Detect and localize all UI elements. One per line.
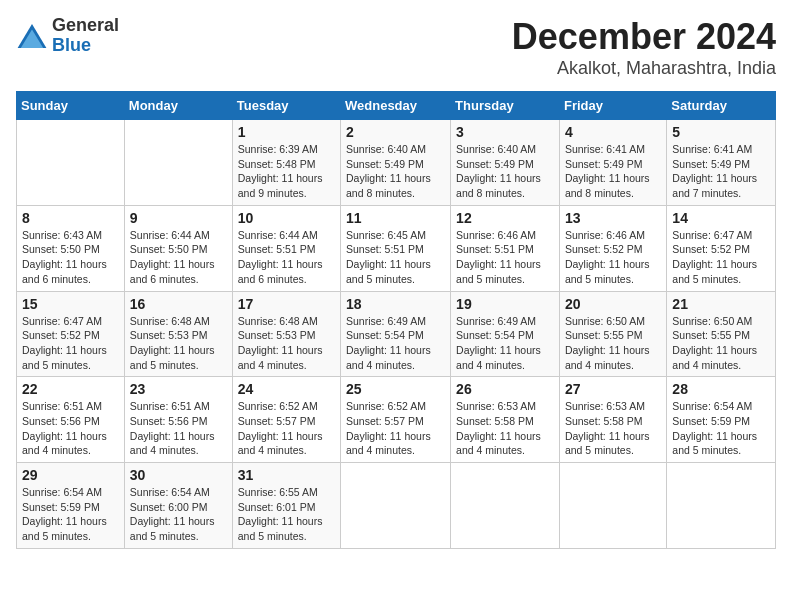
day-info: Sunrise: 6:49 AM Sunset: 5:54 PM Dayligh… (346, 314, 445, 373)
day-number: 20 (565, 296, 661, 312)
day-number: 9 (130, 210, 227, 226)
logo-blue-text: Blue (52, 36, 119, 56)
day-cell-28: 28Sunrise: 6:54 AM Sunset: 5:59 PM Dayli… (667, 377, 776, 463)
logo: General Blue (16, 16, 119, 56)
day-cell-14: 14Sunrise: 6:47 AM Sunset: 5:52 PM Dayli… (667, 205, 776, 291)
day-cell-5: 5Sunrise: 6:41 AM Sunset: 5:49 PM Daylig… (667, 120, 776, 206)
day-cell-27: 27Sunrise: 6:53 AM Sunset: 5:58 PM Dayli… (559, 377, 666, 463)
day-info: Sunrise: 6:52 AM Sunset: 5:57 PM Dayligh… (238, 399, 335, 458)
day-cell-20: 20Sunrise: 6:50 AM Sunset: 5:55 PM Dayli… (559, 291, 666, 377)
day-info: Sunrise: 6:39 AM Sunset: 5:48 PM Dayligh… (238, 142, 335, 201)
empty-cell (17, 120, 125, 206)
day-info: Sunrise: 6:50 AM Sunset: 5:55 PM Dayligh… (672, 314, 770, 373)
day-info: Sunrise: 6:46 AM Sunset: 5:52 PM Dayligh… (565, 228, 661, 287)
day-info: Sunrise: 6:50 AM Sunset: 5:55 PM Dayligh… (565, 314, 661, 373)
day-cell-16: 16Sunrise: 6:48 AM Sunset: 5:53 PM Dayli… (124, 291, 232, 377)
day-number: 30 (130, 467, 227, 483)
day-number: 21 (672, 296, 770, 312)
day-cell-25: 25Sunrise: 6:52 AM Sunset: 5:57 PM Dayli… (341, 377, 451, 463)
empty-cell (124, 120, 232, 206)
day-cell-26: 26Sunrise: 6:53 AM Sunset: 5:58 PM Dayli… (451, 377, 560, 463)
day-cell-8: 8Sunrise: 6:43 AM Sunset: 5:50 PM Daylig… (17, 205, 125, 291)
day-cell-1: 1Sunrise: 6:39 AM Sunset: 5:48 PM Daylig… (232, 120, 340, 206)
day-cell-2: 2Sunrise: 6:40 AM Sunset: 5:49 PM Daylig… (341, 120, 451, 206)
day-info: Sunrise: 6:55 AM Sunset: 6:01 PM Dayligh… (238, 485, 335, 544)
col-header-saturday: Saturday (667, 92, 776, 120)
day-number: 16 (130, 296, 227, 312)
calendar-week-2: 15Sunrise: 6:47 AM Sunset: 5:52 PM Dayli… (17, 291, 776, 377)
day-info: Sunrise: 6:48 AM Sunset: 5:53 PM Dayligh… (130, 314, 227, 373)
day-number: 25 (346, 381, 445, 397)
day-number: 8 (22, 210, 119, 226)
day-cell-18: 18Sunrise: 6:49 AM Sunset: 5:54 PM Dayli… (341, 291, 451, 377)
day-info: Sunrise: 6:47 AM Sunset: 5:52 PM Dayligh… (22, 314, 119, 373)
day-cell-19: 19Sunrise: 6:49 AM Sunset: 5:54 PM Dayli… (451, 291, 560, 377)
day-cell-9: 9Sunrise: 6:44 AM Sunset: 5:50 PM Daylig… (124, 205, 232, 291)
day-info: Sunrise: 6:54 AM Sunset: 6:00 PM Dayligh… (130, 485, 227, 544)
day-number: 19 (456, 296, 554, 312)
day-cell-11: 11Sunrise: 6:45 AM Sunset: 5:51 PM Dayli… (341, 205, 451, 291)
empty-cell (559, 463, 666, 549)
day-number: 27 (565, 381, 661, 397)
calendar-week-1: 8Sunrise: 6:43 AM Sunset: 5:50 PM Daylig… (17, 205, 776, 291)
day-number: 15 (22, 296, 119, 312)
col-header-friday: Friday (559, 92, 666, 120)
calendar-week-0: 1Sunrise: 6:39 AM Sunset: 5:48 PM Daylig… (17, 120, 776, 206)
day-number: 31 (238, 467, 335, 483)
day-cell-12: 12Sunrise: 6:46 AM Sunset: 5:51 PM Dayli… (451, 205, 560, 291)
day-number: 12 (456, 210, 554, 226)
day-info: Sunrise: 6:54 AM Sunset: 5:59 PM Dayligh… (22, 485, 119, 544)
day-cell-17: 17Sunrise: 6:48 AM Sunset: 5:53 PM Dayli… (232, 291, 340, 377)
day-info: Sunrise: 6:44 AM Sunset: 5:50 PM Dayligh… (130, 228, 227, 287)
day-info: Sunrise: 6:45 AM Sunset: 5:51 PM Dayligh… (346, 228, 445, 287)
title-block: December 2024 Akalkot, Maharashtra, Indi… (512, 16, 776, 79)
empty-cell (667, 463, 776, 549)
day-cell-15: 15Sunrise: 6:47 AM Sunset: 5:52 PM Dayli… (17, 291, 125, 377)
month-title: December 2024 (512, 16, 776, 58)
day-number: 2 (346, 124, 445, 140)
day-number: 18 (346, 296, 445, 312)
col-header-tuesday: Tuesday (232, 92, 340, 120)
day-cell-23: 23Sunrise: 6:51 AM Sunset: 5:56 PM Dayli… (124, 377, 232, 463)
day-number: 22 (22, 381, 119, 397)
day-cell-4: 4Sunrise: 6:41 AM Sunset: 5:49 PM Daylig… (559, 120, 666, 206)
day-number: 11 (346, 210, 445, 226)
empty-cell (451, 463, 560, 549)
day-cell-31: 31Sunrise: 6:55 AM Sunset: 6:01 PM Dayli… (232, 463, 340, 549)
day-cell-30: 30Sunrise: 6:54 AM Sunset: 6:00 PM Dayli… (124, 463, 232, 549)
day-info: Sunrise: 6:48 AM Sunset: 5:53 PM Dayligh… (238, 314, 335, 373)
col-header-monday: Monday (124, 92, 232, 120)
day-number: 23 (130, 381, 227, 397)
day-number: 14 (672, 210, 770, 226)
calendar-header-row: SundayMondayTuesdayWednesdayThursdayFrid… (17, 92, 776, 120)
day-info: Sunrise: 6:44 AM Sunset: 5:51 PM Dayligh… (238, 228, 335, 287)
day-number: 10 (238, 210, 335, 226)
col-header-thursday: Thursday (451, 92, 560, 120)
day-number: 3 (456, 124, 554, 140)
day-cell-3: 3Sunrise: 6:40 AM Sunset: 5:49 PM Daylig… (451, 120, 560, 206)
day-cell-13: 13Sunrise: 6:46 AM Sunset: 5:52 PM Dayli… (559, 205, 666, 291)
day-cell-22: 22Sunrise: 6:51 AM Sunset: 5:56 PM Dayli… (17, 377, 125, 463)
day-number: 13 (565, 210, 661, 226)
day-number: 24 (238, 381, 335, 397)
day-cell-10: 10Sunrise: 6:44 AM Sunset: 5:51 PM Dayli… (232, 205, 340, 291)
day-number: 5 (672, 124, 770, 140)
calendar-week-4: 29Sunrise: 6:54 AM Sunset: 5:59 PM Dayli… (17, 463, 776, 549)
day-info: Sunrise: 6:54 AM Sunset: 5:59 PM Dayligh… (672, 399, 770, 458)
day-info: Sunrise: 6:47 AM Sunset: 5:52 PM Dayligh… (672, 228, 770, 287)
day-info: Sunrise: 6:43 AM Sunset: 5:50 PM Dayligh… (22, 228, 119, 287)
day-number: 26 (456, 381, 554, 397)
col-header-sunday: Sunday (17, 92, 125, 120)
logo-icon (16, 20, 48, 52)
day-info: Sunrise: 6:52 AM Sunset: 5:57 PM Dayligh… (346, 399, 445, 458)
day-info: Sunrise: 6:41 AM Sunset: 5:49 PM Dayligh… (672, 142, 770, 201)
day-cell-21: 21Sunrise: 6:50 AM Sunset: 5:55 PM Dayli… (667, 291, 776, 377)
day-info: Sunrise: 6:46 AM Sunset: 5:51 PM Dayligh… (456, 228, 554, 287)
day-info: Sunrise: 6:53 AM Sunset: 5:58 PM Dayligh… (456, 399, 554, 458)
day-cell-24: 24Sunrise: 6:52 AM Sunset: 5:57 PM Dayli… (232, 377, 340, 463)
day-info: Sunrise: 6:49 AM Sunset: 5:54 PM Dayligh… (456, 314, 554, 373)
day-number: 4 (565, 124, 661, 140)
page-header: General Blue December 2024 Akalkot, Maha… (16, 16, 776, 79)
day-number: 28 (672, 381, 770, 397)
calendar-table: SundayMondayTuesdayWednesdayThursdayFrid… (16, 91, 776, 549)
